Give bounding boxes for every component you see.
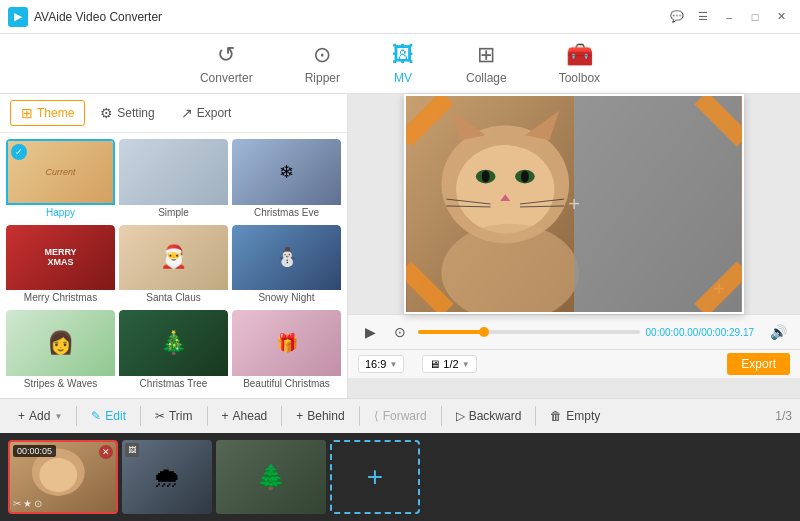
behind-button[interactable]: + Behind — [286, 405, 354, 427]
aspect-ratio-select[interactable]: 16:9 ▼ — [358, 355, 404, 373]
nav-ripper[interactable]: ⊙ Ripper — [289, 36, 356, 91]
backward-label: Backward — [469, 409, 522, 423]
stop-button[interactable]: ⊙ — [388, 320, 412, 344]
tab-theme[interactable]: ⊞ Theme — [10, 100, 85, 126]
theme-christmas-eve[interactable]: ❄ Christmas Eve — [232, 139, 341, 221]
edit-button[interactable]: ✎ Edit — [81, 405, 136, 427]
nav-converter-label: Converter — [200, 71, 253, 85]
theme-stripes-waves-label: Stripes & Waves — [24, 376, 98, 392]
nav-collage-label: Collage — [466, 71, 507, 85]
checkmark-icon: ✓ — [11, 144, 27, 160]
theme-current[interactable]: ✓ Current Happy — [6, 139, 115, 221]
toolbar-sep-4 — [281, 406, 282, 426]
preview-image: + + — [406, 96, 742, 312]
toolbar: + Add ▼ ✎ Edit ✂ Trim + Ahead + Behind ⟨… — [0, 398, 800, 433]
star-icon: ★ — [23, 498, 32, 509]
export-tab-icon: ↗ — [181, 105, 193, 121]
ahead-label: Ahead — [233, 409, 268, 423]
ratio-dropdown-icon: ▼ — [389, 360, 397, 369]
timeline-item-2[interactable]: 🌧 🖼 — [122, 440, 212, 514]
page-indicator: 1/3 — [775, 409, 792, 423]
nav-converter[interactable]: ↺ Converter — [184, 36, 269, 91]
theme-merry-christmas[interactable]: MERRYXMAS Merry Christmas — [6, 225, 115, 307]
tab-export[interactable]: ↗ Export — [170, 100, 243, 126]
scale-select[interactable]: 🖥 1/2 ▼ — [422, 355, 476, 373]
app-icon: ▶ — [8, 7, 28, 27]
app-title: AVAide Video Converter — [34, 10, 666, 24]
forward-button[interactable]: ⟨ Forward — [364, 405, 437, 427]
file-icon-svg: 🖼 — [125, 443, 139, 457]
toolbar-sep-1 — [76, 406, 77, 426]
titlebar: ▶ AVAide Video Converter 💬 ☰ – □ ✕ — [0, 0, 800, 34]
total-time: 00:00:29.17 — [701, 327, 754, 338]
minimize-button[interactable]: – — [718, 6, 740, 28]
right-panel: + + ▶ ⊙ 00:00:00.00/00:00:29.17 🔊 16:9 ▼ — [348, 94, 800, 398]
maximize-button[interactable]: □ — [744, 6, 766, 28]
close-button[interactable]: ✕ — [770, 6, 792, 28]
theme-beautiful-christmas-thumb: 🎁 — [232, 310, 341, 376]
theme-snowy-night-label: Snowy Night — [258, 290, 314, 306]
theme-merry-christmas-thumb: MERRYXMAS — [6, 225, 115, 291]
theme-merry-christmas-label: Merry Christmas — [24, 290, 97, 306]
edit-label: Edit — [105, 409, 126, 423]
svg-point-3 — [456, 145, 554, 233]
export-button[interactable]: Export — [727, 353, 790, 375]
edit-icon: ✎ — [91, 409, 101, 423]
trim-button[interactable]: ✂ Trim — [145, 405, 203, 427]
behind-icon: + — [296, 409, 303, 423]
theme-simple-label: Simple — [158, 205, 189, 221]
nav-toolbox[interactable]: 🧰 Toolbox — [543, 36, 616, 91]
add-dropdown-icon: ▼ — [54, 412, 62, 421]
converter-icon: ↺ — [217, 42, 235, 68]
volume-button[interactable]: 🔊 — [766, 320, 790, 344]
aspect-ratio-value: 16:9 — [365, 358, 386, 370]
theme-snowy-night[interactable]: ⛄ Snowy Night — [232, 225, 341, 307]
toolbox-icon: 🧰 — [566, 42, 593, 68]
theme-current-sublabel: Happy — [46, 205, 75, 221]
collage-icon: ⊞ — [477, 42, 495, 68]
menu-button[interactable]: ☰ — [692, 6, 714, 28]
toolbar-sep-7 — [535, 406, 536, 426]
svg-point-19 — [39, 458, 77, 492]
theme-santa-claus-label: Santa Claus — [146, 290, 200, 306]
ahead-button[interactable]: + Ahead — [212, 405, 278, 427]
timeline-add-button[interactable]: + — [330, 440, 420, 514]
add-button[interactable]: + Add ▼ — [8, 405, 72, 427]
progress-bar[interactable] — [418, 330, 640, 334]
timeline-item-3[interactable]: 🌲 — [216, 440, 326, 514]
mv-icon: 🖼 — [392, 42, 414, 68]
theme-simple[interactable]: Simple — [119, 139, 228, 221]
empty-button[interactable]: 🗑 Empty — [540, 405, 610, 427]
weather-icon: 🌧 — [153, 461, 181, 494]
nav-mv[interactable]: 🖼 MV — [376, 36, 430, 91]
scale-dropdown-icon: ▼ — [462, 360, 470, 369]
chat-button[interactable]: 💬 — [666, 6, 688, 28]
monitor-icon: 🖥 — [429, 358, 440, 370]
tab-setting[interactable]: ⚙ Setting — [89, 100, 165, 126]
theme-christmas-eve-label: Christmas Eve — [254, 205, 319, 221]
theme-santa-claus[interactable]: 🎅 Santa Claus — [119, 225, 228, 307]
theme-christmas-eve-thumb: ❄ — [232, 139, 341, 205]
nav-collage[interactable]: ⊞ Collage — [450, 36, 523, 91]
timeline-item-1-close[interactable]: ✕ — [99, 445, 113, 459]
ratio-bar: 16:9 ▼ 🖥 1/2 ▼ Export — [348, 349, 800, 378]
navbar: ↺ Converter ⊙ Ripper 🖼 MV ⊞ Collage 🧰 To… — [0, 34, 800, 94]
forward-label: Forward — [383, 409, 427, 423]
timeline: 00:00:05 ✕ ✂ ★ ⊙ 🌧 🖼 🌲 + — [0, 433, 800, 521]
backward-button[interactable]: ▷ Backward — [446, 405, 532, 427]
theme-christmas-tree[interactable]: 🎄 Christmas Tree — [119, 310, 228, 392]
theme-simple-thumb — [119, 139, 228, 205]
theme-stripes-waves[interactable]: 👩 Stripes & Waves — [6, 310, 115, 392]
progress-fill — [418, 330, 484, 334]
theme-beautiful-christmas-label: Beautiful Christmas — [243, 376, 330, 392]
progress-dot — [479, 327, 489, 337]
play-button[interactable]: ▶ — [358, 320, 382, 344]
nav-toolbox-label: Toolbox — [559, 71, 600, 85]
nav-ripper-label: Ripper — [305, 71, 340, 85]
theme-beautiful-christmas[interactable]: 🎁 Beautiful Christmas — [232, 310, 341, 392]
timeline-item-1[interactable]: 00:00:05 ✕ ✂ ★ ⊙ — [8, 440, 118, 514]
theme-stripes-waves-thumb: 👩 — [6, 310, 115, 376]
tab-setting-label: Setting — [117, 106, 154, 120]
theme-tab-icon: ⊞ — [21, 105, 33, 121]
ripper-icon: ⊙ — [313, 42, 331, 68]
